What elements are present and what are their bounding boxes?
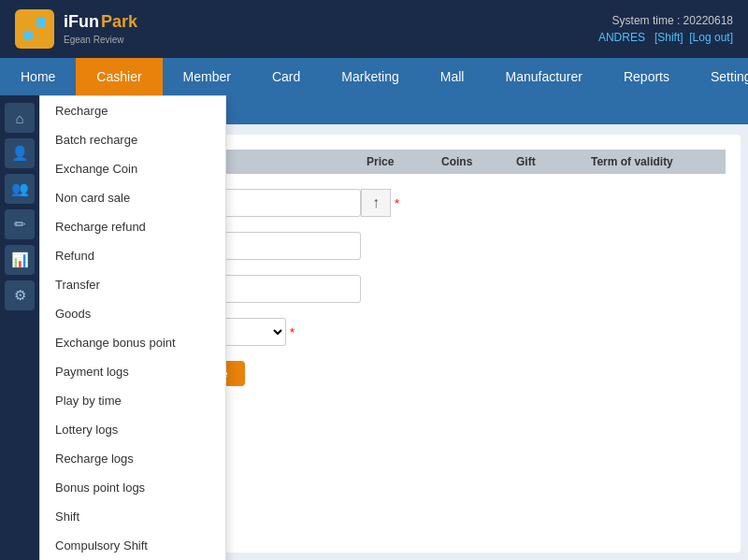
dropdown-recharge-logs[interactable]: Recharge logs — [40, 444, 225, 473]
dropdown-transfer[interactable]: Transfer — [40, 270, 225, 299]
dropdown-refund[interactable]: Refund — [40, 241, 225, 270]
logo-sub: Egean Review — [64, 35, 123, 45]
coins-required: * — [395, 196, 399, 210]
layout: ⌂ 👤 👥 ✏ 📊 ⚙ Non card sale Packages : Pri… — [0, 95, 748, 560]
sidebar-home-icon[interactable]: ⌂ — [5, 103, 35, 133]
svg-rect-3 — [36, 31, 46, 40]
nav-item-member[interactable]: Member — [163, 58, 252, 95]
dropdown-goods[interactable]: Goods — [40, 299, 225, 328]
logo-name1: iFun — [64, 12, 99, 32]
svg-rect-1 — [36, 18, 46, 27]
system-time: System time : 20220618 — [598, 14, 733, 27]
svg-rect-0 — [23, 18, 33, 27]
nav-item-manufacturer[interactable]: Manufacturer — [484, 58, 602, 95]
sidebar-gear-icon[interactable]: ⚙ — [5, 280, 35, 310]
nav-item-settings[interactable]: Settings — [690, 58, 748, 95]
logo-area: iFun Park Egean Review — [15, 9, 137, 49]
logout-link[interactable]: [Log out] — [689, 31, 733, 44]
coin-machine-required: * — [290, 325, 295, 339]
dropdown-compulsory-shift[interactable]: Compulsory Shift — [40, 531, 225, 560]
dropdown-bonus-point-logs[interactable]: Bonus point logs — [40, 473, 225, 502]
table-header: Price Coins Gift Term of validity — [174, 150, 726, 174]
logo-name2: Park — [101, 12, 137, 32]
dropdown-payment-logs[interactable]: Payment logs — [40, 357, 225, 386]
dropdown-recharge[interactable]: Recharge — [40, 96, 225, 125]
col-coins: Coins — [438, 153, 512, 170]
col-validity: Term of validity — [587, 153, 718, 170]
packages-table: Price Coins Gift Term of validity — [174, 150, 726, 174]
dropdown-lottery-logs[interactable]: Lottery logs — [40, 415, 225, 444]
logo-box — [15, 9, 54, 49]
dropdown-non-card-sale[interactable]: Non card sale — [40, 183, 225, 212]
main-content: Non card sale Packages : Price Coins Gif… — [39, 95, 748, 560]
col-price: Price — [363, 153, 438, 170]
nav-bar: Home Cashier Member Card Marketing Mall … — [0, 58, 748, 95]
nav-item-mall[interactable]: Mall — [420, 58, 485, 95]
nav-item-marketing[interactable]: Marketing — [321, 58, 419, 95]
sidebar-person-icon[interactable]: 👤 — [5, 138, 35, 168]
col-gift: Gift — [512, 153, 587, 170]
cashier-dropdown: Recharge Batch recharge Exchange Coin No… — [39, 95, 226, 560]
dropdown-exchange-bonus-point[interactable]: Exchange bonus point — [40, 328, 225, 357]
nav-item-cashier[interactable]: Cashier — [76, 58, 162, 95]
upload-button[interactable]: ↑ — [361, 189, 391, 217]
shift-link[interactable]: [Shift] — [654, 31, 683, 44]
user-info: ANDRES [Shift] [Log out] — [598, 31, 733, 44]
dropdown-shift[interactable]: Shift — [40, 502, 225, 531]
sidebar-chart-icon[interactable]: 📊 — [5, 245, 35, 275]
sidebar-edit-icon[interactable]: ✏ — [5, 209, 35, 239]
username: ANDRES — [598, 31, 645, 44]
dropdown-play-by-time[interactable]: Play by time — [40, 386, 225, 415]
dropdown-exchange-coin[interactable]: Exchange Coin — [40, 154, 225, 183]
sidebar: ⌂ 👤 👥 ✏ 📊 ⚙ — [0, 95, 39, 560]
sidebar-people-icon[interactable]: 👥 — [5, 174, 35, 204]
nav-item-card[interactable]: Card — [252, 58, 321, 95]
dropdown-recharge-refund[interactable]: Recharge refund — [40, 212, 225, 241]
header: iFun Park Egean Review System time : 202… — [0, 0, 748, 58]
dropdown-batch-recharge[interactable]: Batch recharge — [40, 125, 225, 154]
header-right: System time : 20220618 ANDRES [Shift] [L… — [598, 14, 733, 44]
nav-item-reports[interactable]: Reports — [603, 58, 690, 95]
svg-rect-2 — [23, 31, 33, 40]
nav-item-home[interactable]: Home — [0, 58, 76, 95]
